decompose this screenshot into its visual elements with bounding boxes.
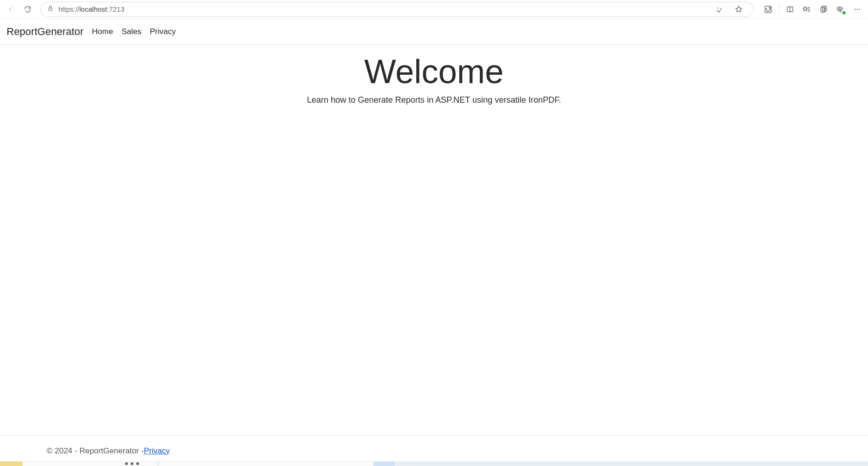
heart-pulse-icon bbox=[836, 5, 845, 14]
favorites-list-button[interactable] bbox=[799, 1, 815, 17]
taskbar-divider bbox=[158, 462, 158, 466]
refresh-icon bbox=[23, 5, 32, 14]
back-button[interactable] bbox=[3, 1, 19, 17]
taskbar-folder-hint bbox=[0, 461, 22, 466]
arrow-left-icon bbox=[7, 5, 15, 14]
lock-icon bbox=[47, 5, 54, 14]
puzzle-icon bbox=[764, 5, 772, 14]
page-title: Welcome bbox=[364, 52, 504, 91]
brand-link[interactable]: ReportGenerator bbox=[7, 26, 84, 38]
taskbar-mid bbox=[22, 461, 373, 466]
nav-link-home[interactable]: Home bbox=[92, 27, 113, 36]
nav-link-sales[interactable]: Sales bbox=[121, 27, 141, 36]
taskbar-mini-icon bbox=[131, 462, 133, 465]
browser-essentials-button[interactable] bbox=[833, 1, 848, 17]
page-main: Welcome Learn how to Generate Reports in… bbox=[0, 45, 868, 435]
separator bbox=[779, 5, 779, 14]
footer-text: © 2024 - ReportGenerator - bbox=[47, 446, 144, 456]
browser-toolbar: https://localhost:7213 bbox=[0, 0, 868, 19]
url-port: :7213 bbox=[107, 5, 125, 13]
app-navbar: ReportGenerator Home Sales Privacy bbox=[0, 19, 868, 45]
nav-links: Home Sales Privacy bbox=[92, 27, 176, 36]
favorites-list-icon bbox=[803, 5, 811, 14]
browser-actions bbox=[760, 1, 865, 17]
footer-privacy-link[interactable]: Privacy bbox=[144, 446, 170, 456]
svg-point-5 bbox=[857, 8, 858, 9]
favorite-button[interactable] bbox=[731, 1, 747, 17]
collections-icon bbox=[819, 5, 828, 14]
more-horizontal-icon bbox=[853, 5, 861, 14]
read-aloud-button[interactable] bbox=[711, 1, 727, 17]
os-taskbar-strip bbox=[0, 461, 868, 466]
taskbar-rest bbox=[395, 461, 868, 466]
star-icon bbox=[735, 5, 743, 14]
nav-link-privacy[interactable]: Privacy bbox=[150, 27, 176, 36]
address-bar[interactable]: https://localhost:7213 bbox=[40, 2, 754, 17]
page-subtitle: Learn how to Generate Reports in ASP.NET… bbox=[307, 95, 561, 105]
collections-button[interactable] bbox=[816, 1, 832, 17]
split-screen-icon bbox=[786, 5, 794, 14]
svg-point-4 bbox=[854, 8, 855, 9]
url-text: https://localhost:7213 bbox=[58, 5, 125, 13]
url-scheme: https:// bbox=[58, 5, 79, 13]
taskbar-mini-icon bbox=[125, 462, 128, 465]
url-host: localhost bbox=[79, 5, 107, 13]
more-button[interactable] bbox=[849, 1, 865, 17]
extensions-button[interactable] bbox=[760, 1, 776, 17]
refresh-button[interactable] bbox=[20, 1, 35, 17]
taskbar-mini-icon bbox=[136, 462, 139, 465]
taskbar-active-app-hint bbox=[373, 461, 395, 466]
svg-point-6 bbox=[859, 8, 860, 9]
split-screen-button[interactable] bbox=[782, 1, 798, 17]
svg-rect-0 bbox=[49, 8, 52, 10]
read-aloud-icon bbox=[715, 5, 723, 14]
